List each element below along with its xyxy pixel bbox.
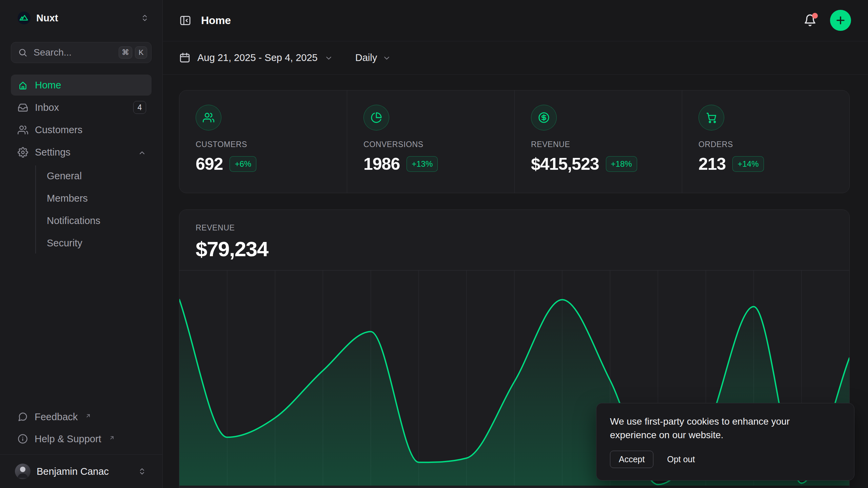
main-header: Home — [163, 0, 868, 41]
arrow-up-right-icon — [109, 432, 115, 438]
stats-card: CUSTOMERS 692 +6% CONVERSIONS 1986 +13% — [179, 90, 850, 193]
chevron-down-icon — [324, 54, 333, 62]
sidebar: Nuxt Search... ⌘ K Home — [0, 0, 163, 488]
sidebar-item-general[interactable]: General — [36, 165, 141, 186]
notification-dot — [812, 13, 818, 19]
search-input[interactable]: Search... ⌘ K — [11, 42, 152, 63]
user-name: Benjamin Canac — [37, 466, 109, 477]
cookie-message: We use first-party cookies to enhance yo… — [610, 415, 834, 442]
revenue-card-header: REVENUE $79,234 — [179, 210, 849, 261]
plus-icon — [835, 15, 846, 26]
filter-bar: Aug 21, 2025 - Sep 4, 2025 Daily — [163, 41, 868, 75]
kbd-cmd: ⌘ — [119, 46, 132, 59]
kbd-k: K — [135, 46, 147, 59]
opt-out-button[interactable]: Opt out — [667, 454, 695, 464]
revenue-label: REVENUE — [196, 223, 833, 232]
cookie-actions: Accept Opt out — [610, 451, 841, 468]
sidebar-spacer — [0, 253, 162, 407]
search-shortcut: ⌘ K — [119, 46, 147, 59]
sidebar-user-section: Benjamin Canac — [0, 454, 162, 488]
arrow-up-right-icon — [85, 410, 91, 416]
notifications-button[interactable] — [804, 14, 816, 27]
stat-value: $415,523 — [531, 154, 599, 174]
message-circle-icon — [18, 412, 28, 422]
stat-orders: ORDERS 213 +14% — [682, 90, 849, 193]
stat-revenue: REVENUE $415,523 +18% — [514, 90, 682, 193]
avatar — [15, 464, 31, 479]
pie-chart-icon — [363, 105, 389, 130]
search-placeholder: Search... — [34, 47, 113, 58]
stat-conversions: CONVERSIONS 1986 +13% — [347, 90, 514, 193]
date-range-label: Aug 21, 2025 - Sep 4, 2025 — [197, 52, 318, 63]
stat-label: REVENUE — [531, 140, 666, 149]
house-icon — [18, 80, 28, 90]
calendar-icon — [179, 52, 191, 63]
sidebar-item-home[interactable]: Home — [11, 75, 152, 96]
sidebar-item-security[interactable]: Security — [36, 232, 141, 253]
user-menu-button[interactable]: Benjamin Canac — [11, 462, 152, 481]
header-right — [804, 10, 851, 31]
sidebar-item-customers[interactable]: Customers — [11, 119, 152, 140]
inbox-icon — [18, 102, 28, 113]
stat-delta-badge: +14% — [732, 156, 764, 172]
stat-label: CUSTOMERS — [196, 140, 331, 149]
sidebar-item-feedback[interactable]: Feedback — [11, 407, 152, 426]
page-title: Home — [201, 14, 231, 27]
sidebar-item-notifications[interactable]: Notifications — [36, 210, 141, 231]
sidebar-item-label: Settings — [35, 147, 71, 158]
chevron-down-icon — [382, 54, 391, 62]
chevrons-up-down-icon — [138, 467, 146, 475]
gear-icon — [18, 147, 28, 158]
sidebar-nav: Home Inbox 4 Customers Settings — [11, 75, 152, 253]
inbox-unread-badge: 4 — [133, 101, 146, 114]
sidebar-item-inbox[interactable]: Inbox 4 — [11, 97, 152, 118]
stat-customers: CUSTOMERS 692 +6% — [179, 90, 347, 193]
info-icon — [18, 434, 28, 444]
sidebar-item-label: Inbox — [35, 102, 59, 113]
sidebar-footer-nav: Feedback Help & Support — [11, 407, 152, 448]
dollar-circle-icon — [531, 105, 557, 130]
sidebar-item-settings[interactable]: Settings — [11, 142, 152, 163]
header-left: Home — [179, 14, 231, 27]
stat-value: 1986 — [363, 154, 400, 174]
stat-label: ORDERS — [698, 140, 833, 149]
stat-value: 213 — [698, 154, 726, 174]
stat-delta-badge: +6% — [230, 156, 256, 172]
sidebar-item-label: Customers — [35, 124, 82, 136]
stat-delta-badge: +13% — [407, 156, 438, 172]
shopping-cart-icon — [698, 105, 724, 130]
chevron-up-icon — [138, 148, 146, 156]
chevrons-up-down-icon — [141, 14, 149, 22]
granularity-select[interactable]: Daily — [355, 52, 391, 63]
sidebar-item-label: Help & Support — [35, 433, 101, 445]
stat-label: CONVERSIONS — [363, 140, 498, 149]
search-icon — [18, 48, 27, 57]
users-icon — [196, 105, 221, 130]
accept-button[interactable]: Accept — [610, 451, 653, 468]
sidebar-item-label: Feedback — [35, 411, 78, 423]
brand-name: Nuxt — [36, 13, 58, 24]
sidebar-item-members[interactable]: Members — [36, 188, 141, 209]
sidebar-item-help-support[interactable]: Help & Support — [11, 429, 152, 448]
settings-children: General Members Notifications Security — [35, 165, 141, 253]
cookie-banner: We use first-party cookies to enhance yo… — [596, 403, 854, 481]
team-switcher[interactable]: Nuxt — [11, 9, 154, 27]
stat-value: 692 — [196, 154, 223, 174]
revenue-total-value: $79,234 — [196, 237, 833, 261]
sidebar-item-label: Home — [35, 80, 61, 91]
users-icon — [18, 125, 28, 135]
granularity-label: Daily — [355, 52, 377, 63]
stat-delta-badge: +18% — [606, 156, 637, 172]
date-range-picker[interactable]: Aug 21, 2025 - Sep 4, 2025 — [179, 52, 333, 63]
panel-left-close-icon[interactable] — [179, 14, 192, 27]
nuxt-logo — [18, 12, 31, 24]
add-new-button[interactable] — [830, 10, 851, 31]
